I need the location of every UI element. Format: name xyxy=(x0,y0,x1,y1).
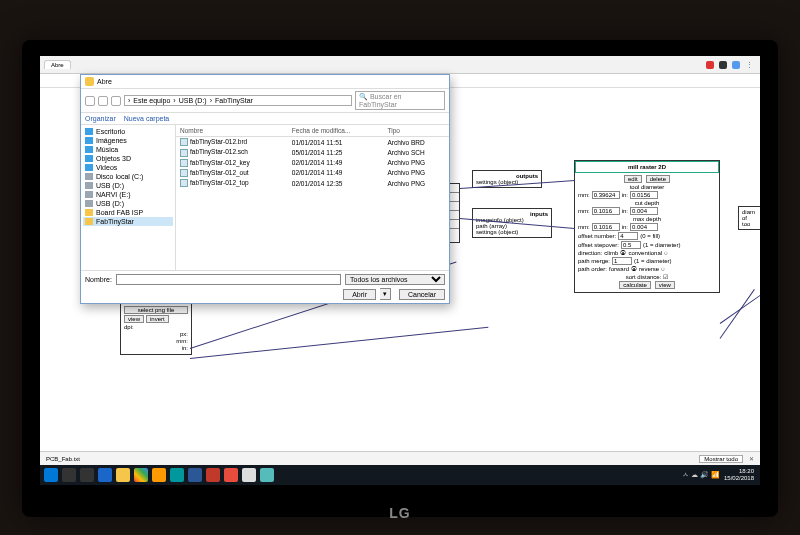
arduino-icon[interactable] xyxy=(170,468,184,482)
clock[interactable]: 18:20 15/02/2018 xyxy=(724,468,756,482)
cut-depth-mm[interactable] xyxy=(592,207,620,215)
offset-number-label: offset number: xyxy=(578,233,616,239)
filename-field[interactable] xyxy=(116,274,341,285)
view-button[interactable]: view xyxy=(124,315,144,323)
cancel-button[interactable]: Cancelar xyxy=(399,289,445,300)
extension-icon[interactable] xyxy=(706,61,714,69)
delete-button[interactable]: delete xyxy=(646,175,670,183)
file-icon xyxy=(180,159,188,167)
sidebar-item[interactable]: Música xyxy=(83,145,173,154)
sidebar-item[interactable]: USB (D:) xyxy=(83,199,173,208)
search-input[interactable]: 🔍 Buscar en FabTinyStar xyxy=(355,91,445,110)
file-row[interactable]: fabTinyStar-012_key02/01/2014 11:49Archi… xyxy=(176,158,449,168)
new-folder-button[interactable]: Nueva carpeta xyxy=(124,115,170,122)
edge-icon[interactable] xyxy=(98,468,112,482)
dialog-footer: Nombre: Todos los archivos Abrir▾ Cancel… xyxy=(81,270,449,303)
filename-label: Nombre: xyxy=(85,276,112,283)
extension-icon[interactable] xyxy=(719,61,727,69)
filetype-select[interactable]: Todos los archivos xyxy=(345,274,445,285)
sidebar-item[interactable]: Objetos 3D xyxy=(83,154,173,163)
path-merge-field[interactable] xyxy=(612,257,632,265)
forward-option[interactable]: forward xyxy=(609,266,629,272)
crumb[interactable]: USB (D:) xyxy=(179,97,207,104)
crumb[interactable]: FabTinyStar xyxy=(215,97,253,104)
mm-label: mm: xyxy=(578,192,590,198)
sidebar-item[interactable]: Escritorio xyxy=(83,127,173,136)
file-row[interactable]: fabTinyStar-012.sch05/01/2014 11:25Archi… xyxy=(176,147,449,157)
sidebar-item[interactable]: Board FAB ISP xyxy=(83,208,173,217)
sort-distance-label: sort distance: xyxy=(626,274,662,280)
offset-number-field[interactable] xyxy=(618,232,638,240)
extension-icon[interactable] xyxy=(732,61,740,69)
illustrator-icon[interactable] xyxy=(152,468,166,482)
tool-diameter-in[interactable] xyxy=(630,191,658,199)
tool-diameter-mm[interactable] xyxy=(592,191,620,199)
reverse-option[interactable]: reverse xyxy=(639,266,659,272)
sidebar-item[interactable]: Imágenes xyxy=(83,136,173,145)
calculate-button[interactable]: calculate xyxy=(619,281,651,289)
app-icon[interactable] xyxy=(242,468,256,482)
file-row[interactable]: fabTinyStar-012_top02/01/2014 12:35Archi… xyxy=(176,178,449,188)
sidebar-item-label: Board FAB ISP xyxy=(96,209,143,216)
menu-icon[interactable]: ⋮ xyxy=(743,61,756,69)
path-order-label: path order: xyxy=(578,266,607,272)
browser-tab[interactable]: Abre xyxy=(44,60,71,69)
sidebar-item[interactable]: Videos xyxy=(83,163,173,172)
back-icon[interactable] xyxy=(85,96,95,106)
app-icon[interactable] xyxy=(260,468,274,482)
col-modified[interactable]: Fecha de modifica... xyxy=(288,125,384,137)
close-icon[interactable]: ✕ xyxy=(749,455,754,462)
date: 15/02/2018 xyxy=(724,475,754,482)
in-label: in: xyxy=(622,208,628,214)
breadcrumb[interactable]: › Este equipo › USB (D:) › FabTinyStar xyxy=(124,95,352,106)
max-depth-in[interactable] xyxy=(630,223,658,231)
sidebar-item[interactable]: NARVI (E:) xyxy=(83,190,173,199)
col-name[interactable]: Nombre xyxy=(176,125,288,137)
sidebar-item[interactable]: FabTinyStar xyxy=(83,217,173,226)
open-dropdown-icon[interactable]: ▾ xyxy=(380,288,391,300)
crumb[interactable]: Este equipo xyxy=(133,97,170,104)
sidebar-item[interactable]: Disco local (C:) xyxy=(83,172,173,181)
select-png-button[interactable]: select png file xyxy=(124,306,188,314)
explorer-icon[interactable] xyxy=(116,468,130,482)
taskview-icon[interactable] xyxy=(80,468,94,482)
folder-icon xyxy=(85,77,94,86)
up-icon[interactable] xyxy=(111,96,121,106)
stub-text: too xyxy=(742,221,758,227)
offset-stepover-label: offset stepover: xyxy=(578,242,619,248)
conventional-option[interactable]: conventional xyxy=(628,250,662,256)
organize-menu[interactable]: Organizar xyxy=(85,115,116,122)
folder-icon xyxy=(85,137,93,144)
in-label: in: xyxy=(622,224,628,230)
sidebar-item-label: Escritorio xyxy=(96,128,125,135)
forward-icon[interactable] xyxy=(98,96,108,106)
sidebar-item-label: Imágenes xyxy=(96,137,127,144)
sidebar-item[interactable]: USB (D:) xyxy=(83,181,173,190)
app-icon[interactable] xyxy=(188,468,202,482)
folder-icon xyxy=(85,209,93,216)
show-all-button[interactable]: Mostrar todo xyxy=(699,455,743,463)
climb-option[interactable]: climb xyxy=(604,250,618,256)
file-row[interactable]: fabTinyStar-012_out02/01/2014 11:49Archi… xyxy=(176,168,449,178)
unit-in: in: xyxy=(182,345,188,351)
search-icon[interactable] xyxy=(62,468,76,482)
sidebar-item-label: NARVI (E:) xyxy=(96,191,131,198)
edit-button[interactable]: edit xyxy=(624,175,642,183)
offset-stepover-field[interactable] xyxy=(621,241,641,249)
tray-icons[interactable]: ㅅ ☁ 🔊 📶 xyxy=(682,470,720,480)
file-row[interactable]: fabTinyStar-012.brd01/01/2014 11:51Archi… xyxy=(176,137,449,148)
mill-raster-node: mill raster 2D edit delete tool diameter… xyxy=(574,160,720,293)
download-file[interactable]: PCB_Fab.txt xyxy=(46,456,80,462)
max-depth-mm[interactable] xyxy=(592,223,620,231)
start-icon[interactable] xyxy=(44,468,58,482)
app-icon[interactable] xyxy=(224,468,238,482)
chrome-icon[interactable] xyxy=(134,468,148,482)
cut-depth-in[interactable] xyxy=(630,207,658,215)
file-icon xyxy=(180,169,188,177)
dpi-label: dpi: xyxy=(124,324,134,330)
invert-button[interactable]: invert xyxy=(146,315,169,323)
app-icon[interactable] xyxy=(206,468,220,482)
col-type[interactable]: Tipo xyxy=(383,125,449,137)
open-button[interactable]: Abrir xyxy=(343,289,376,300)
view-button[interactable]: view xyxy=(655,281,675,289)
